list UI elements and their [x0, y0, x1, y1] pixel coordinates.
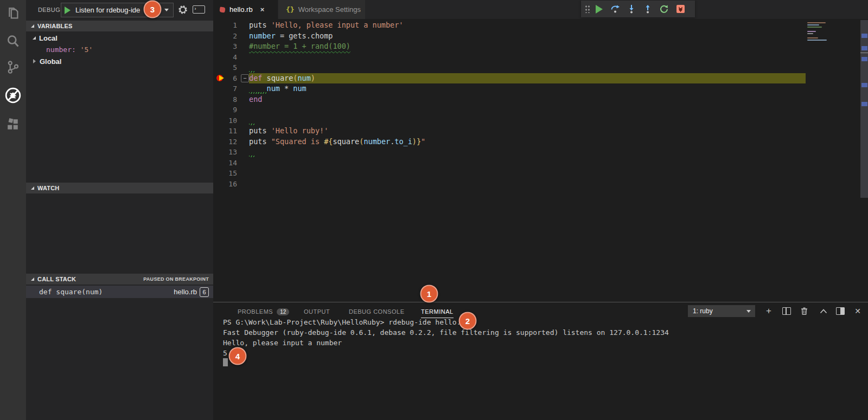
open-debug-console-icon[interactable]: ›: [192, 4, 205, 14]
continue-button[interactable]: [591, 1, 607, 17]
code-token: num: [293, 84, 306, 93]
braces-icon: {}: [286, 5, 295, 14]
close-panel-icon[interactable]: ✕: [851, 305, 864, 317]
code-line-11[interactable]: 11puts 'Hello ruby!': [213, 126, 806, 137]
watch-section-header[interactable]: WATCH: [26, 183, 213, 193]
line-number[interactable]: 3: [213, 41, 237, 52]
breakpoint-current-line-icon[interactable]: [216, 75, 225, 82]
code-token: puts: [249, 126, 271, 135]
tab-workspace-settings[interactable]: {} Workspace Settings: [278, 0, 365, 19]
explorer-icon[interactable]: [0, 3, 26, 25]
code-line-2[interactable]: 2number = gets.chomp: [213, 31, 806, 42]
bottom-panel: PROBLEMS 12 OUTPUT DEBUG CONSOLE TERMINA…: [213, 302, 868, 420]
code-token: to_i: [394, 137, 412, 146]
fold-collapse-icon[interactable]: −: [241, 74, 249, 82]
new-terminal-icon[interactable]: +: [762, 305, 775, 317]
disconnect-button[interactable]: [672, 1, 688, 17]
tab-terminal[interactable]: TERMINAL: [421, 306, 454, 318]
step-into-button[interactable]: [623, 1, 640, 17]
drag-grip-icon[interactable]: [583, 1, 591, 17]
code-line-12[interactable]: 12puts "Squared is #{square(number.to_i)…: [213, 137, 806, 147]
warning-squiggle: [249, 124, 254, 125]
terminal-output[interactable]: PS G:\Work\Lab-Project\Ruby\HelloRuby> r…: [223, 317, 669, 358]
step-over-button[interactable]: [607, 1, 623, 17]
line-number[interactable]: 12: [213, 137, 237, 147]
tab-ws-label: Workspace Settings: [298, 5, 361, 14]
scope-local[interactable]: Local: [26, 33, 220, 43]
tab-problems[interactable]: PROBLEMS 12: [238, 306, 289, 318]
line-number[interactable]: 2: [213, 31, 237, 42]
scope-global[interactable]: Global: [26, 56, 220, 67]
debug-title: DEBUG: [38, 7, 60, 13]
line-number[interactable]: 4: [213, 52, 237, 63]
line-number[interactable]: 7: [213, 83, 237, 94]
kill-terminal-icon[interactable]: [797, 305, 810, 317]
line-number[interactable]: 13: [213, 147, 237, 158]
chevron-down-icon: [746, 310, 751, 313]
code-line-6[interactable]: 6def square(num): [213, 73, 806, 84]
annotation-badge-2: 2: [459, 312, 477, 330]
restart-button[interactable]: [656, 1, 672, 17]
terminal-line: Fast Debugger (ruby-debug-ide 0.6.1, deb…: [223, 327, 669, 338]
line-number[interactable]: 5: [213, 62, 237, 73]
close-icon[interactable]: ×: [260, 5, 265, 14]
code-token: "Squared is: [271, 137, 324, 146]
code-line-14[interactable]: 14: [213, 158, 806, 169]
gear-icon[interactable]: [177, 4, 189, 16]
line-number[interactable]: 16: [213, 179, 237, 190]
code-line-5[interactable]: 5: [213, 62, 806, 73]
maximize-panel-icon[interactable]: [817, 305, 830, 317]
minimap[interactable]: [806, 19, 845, 302]
step-out-button[interactable]: [640, 1, 656, 17]
line-number[interactable]: 8: [213, 94, 237, 105]
line-number[interactable]: 11: [213, 126, 237, 137]
chevron-down-icon[interactable]: [164, 9, 169, 11]
call-stack-frame[interactable]: def square(num) hello.rb 6: [26, 286, 213, 298]
line-number[interactable]: 15: [213, 168, 237, 179]
code-line-10[interactable]: 10: [213, 115, 806, 126]
code-token: #{: [324, 137, 333, 146]
extensions-icon[interactable]: [0, 114, 26, 135]
code-token: gets.chomp: [289, 31, 333, 40]
code-line-9[interactable]: 9: [213, 105, 806, 115]
start-debug-icon[interactable]: [65, 7, 71, 14]
tab-output[interactable]: OUTPUT: [304, 306, 330, 318]
chevron-expanded-icon: [31, 277, 34, 281]
annotation-badge-4: 4: [229, 347, 247, 365]
call-stack-section-header[interactable]: CALL STACK PAUSED ON BREAKPOINT: [26, 274, 213, 285]
code-line-15[interactable]: 15: [213, 168, 806, 179]
editor-scrollbar[interactable]: [860, 19, 868, 302]
terminal-select[interactable]: 1: ruby: [688, 305, 755, 317]
line-number[interactable]: 14: [213, 158, 237, 169]
code-line-16[interactable]: 16: [213, 179, 806, 190]
code-line-13[interactable]: 13: [213, 147, 806, 158]
code-line-3[interactable]: 3#number = 1 + rand(100): [213, 41, 806, 52]
code-editor[interactable]: 1puts 'Hello, please input a number'2num…: [213, 19, 806, 302]
toggle-panel-icon[interactable]: [834, 305, 847, 317]
search-icon[interactable]: [0, 30, 26, 52]
code-line-4[interactable]: 4: [213, 52, 806, 63]
split-terminal-icon[interactable]: [780, 305, 793, 317]
watch-header-label: WATCH: [37, 185, 60, 191]
code-token: 'Hello ruby!': [271, 126, 329, 135]
variables-section-header[interactable]: VARIABLES: [26, 21, 213, 31]
code-line-1[interactable]: 1puts 'Hello, please input a number': [213, 20, 806, 31]
line-number[interactable]: 9: [213, 105, 237, 115]
variable-row-number[interactable]: number: '5': [26, 44, 213, 55]
line-number[interactable]: 1: [213, 20, 237, 31]
code-token: num: [267, 84, 280, 93]
variable-value: '5': [80, 46, 93, 54]
editor-tab-bar: hello.rb × {} Workspace Settings: [213, 0, 868, 19]
code-line-7[interactable]: 7 num * num: [213, 83, 806, 94]
source-control-icon[interactable]: [0, 56, 26, 78]
code-token: square: [267, 74, 293, 82]
code-line-8[interactable]: 8end: [213, 94, 806, 105]
tab-hello-rb[interactable]: hello.rb ×: [213, 0, 278, 19]
problems-label: PROBLEMS: [238, 308, 273, 315]
debug-icon[interactable]: [0, 85, 26, 106]
code-token: number: [363, 137, 390, 146]
code-token: [262, 74, 266, 82]
line-number[interactable]: 10: [213, 115, 237, 126]
tab-debug-console[interactable]: DEBUG CONSOLE: [349, 306, 404, 318]
tab-hello-label: hello.rb: [229, 5, 253, 14]
